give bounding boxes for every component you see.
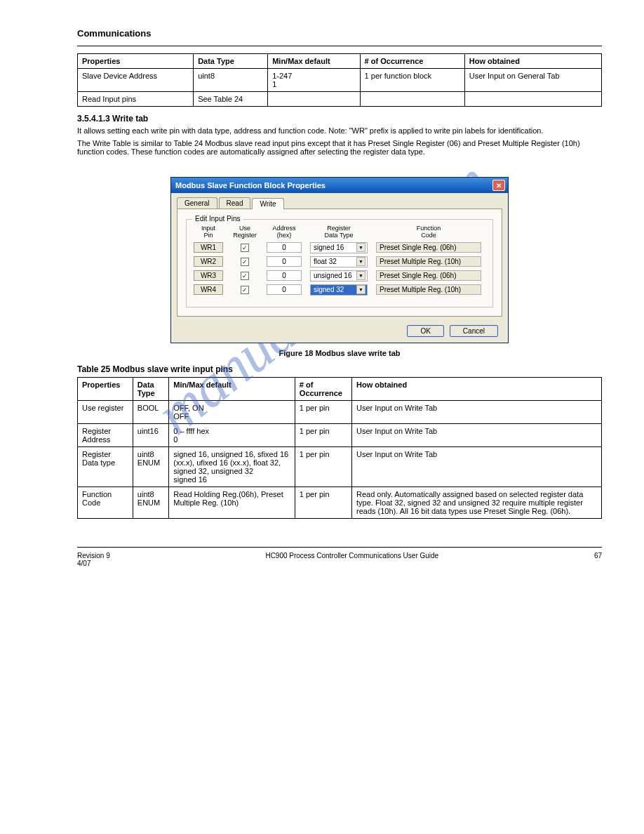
cell: Read only. Automatically assigned based … (352, 486, 602, 518)
cell: uint16 (133, 423, 168, 446)
hdr-address: Address(hex) (267, 225, 302, 239)
use-register-checkbox[interactable] (241, 286, 249, 294)
table-row: Use register BOOL OFF, ONOFF 1 per pin U… (78, 400, 602, 423)
tab-general[interactable]: General (177, 197, 217, 208)
properties-table-1: Properties Data Type Min/Max default # o… (77, 53, 602, 107)
cell: signed 16, unsigned 16, sfixed 16 (xx.x)… (169, 446, 295, 486)
cell: 0 – ffff hex0 (169, 423, 295, 446)
col-how: How obtained (464, 54, 601, 69)
col-occurrence: # of Occurrence (295, 377, 351, 400)
col-datatype: Data Type (133, 377, 168, 400)
ok-button[interactable]: OK (407, 325, 443, 337)
col-minmax: Min/Max default (169, 377, 295, 400)
page-header: Communications (77, 28, 602, 39)
cell: uint8ENUM (133, 486, 168, 518)
function-code-display: Preset Single Reg. (06h) (376, 270, 481, 281)
cell: 1 per function block (360, 69, 464, 92)
footer-date: 4/07 (77, 560, 90, 567)
cell: Slave Device Address (78, 69, 194, 92)
use-register-checkbox[interactable] (241, 272, 249, 280)
table-row: Slave Device Address uint8 1-2471 1 per … (78, 69, 602, 92)
cell (464, 92, 601, 107)
section-text: The Write Table is similar to Table 24 M… (77, 139, 602, 156)
table-row: Properties Data Type Min/Max default # o… (78, 377, 602, 400)
cell: 1 per pin (295, 486, 351, 518)
pin-row: WR1 0 signed 16▼ Preset Single Reg. (06h… (194, 242, 485, 253)
tab-panel-write: Edit Input Pins InputPin UseRegister Add… (177, 209, 502, 317)
data-type-select[interactable]: signed 32▼ (310, 284, 368, 296)
data-type-select[interactable]: float 32▼ (310, 256, 368, 267)
sec-title: Write tab (112, 114, 148, 124)
header-rule (77, 46, 602, 46)
cell (360, 92, 464, 107)
use-register-checkbox[interactable] (241, 258, 249, 266)
pin-wr3[interactable]: WR3 (194, 270, 223, 281)
chevron-down-icon: ▼ (356, 257, 365, 266)
cell: Read Input pins (78, 92, 194, 107)
cell: Function Code (78, 486, 133, 518)
cell: Use register (78, 400, 133, 423)
cell: Register Data type (78, 446, 133, 486)
properties-table-2: Properties Data Type Min/Max default # o… (77, 377, 602, 519)
page-footer-2: 4/07 (77, 560, 602, 567)
cell: 1-2471 (268, 69, 360, 92)
col-minmax: Min/Max default (268, 54, 360, 69)
page-footer: Revision 9 HC900 Process Controller Comm… (77, 552, 602, 560)
use-register-checkbox[interactable] (241, 244, 249, 252)
edit-input-pins-group: Edit Input Pins InputPin UseRegister Add… (186, 219, 493, 307)
table-row: Read Input pins See Table 24 (78, 92, 602, 107)
group-legend: Edit Input Pins (192, 215, 243, 223)
pin-row: WR2 0 float 32▼ Preset Multiple Reg. (10… (194, 256, 485, 267)
table-row: Register Data type uint8ENUM signed 16, … (78, 446, 602, 486)
figure-caption: Figure 18 Modbus slave write tab (77, 349, 602, 357)
cell: User Input on Write Tab (352, 400, 602, 423)
hdr-input-pin: InputPin (194, 225, 223, 239)
dialog-titlebar: Modbus Slave Function Block Properties ✕ (171, 178, 508, 193)
footer-page: 67 (594, 552, 602, 560)
data-type-select[interactable]: signed 16▼ (310, 242, 368, 253)
hdr-function-code: FunctionCode (376, 225, 481, 239)
close-icon[interactable]: ✕ (492, 180, 505, 191)
footer-rule (77, 547, 602, 548)
pin-row: WR3 0 unsigned 16▼ Preset Single Reg. (0… (194, 270, 485, 282)
cell: BOOL (133, 400, 168, 423)
dialog-screenshot: Modbus Slave Function Block Properties ✕… (170, 177, 509, 343)
pin-wr2[interactable]: WR2 (194, 256, 223, 267)
address-input[interactable]: 0 (267, 242, 302, 253)
cell: uint8 (194, 69, 268, 92)
footer-revision: Revision 9 (77, 552, 110, 560)
function-code-display: Preset Multiple Reg. (10h) (376, 284, 481, 295)
cancel-button[interactable]: Cancel (450, 325, 498, 337)
address-input[interactable]: 0 (267, 270, 302, 281)
footer-title: HC900 Process Controller Communications … (265, 552, 438, 560)
data-type-select[interactable]: unsigned 16▼ (310, 270, 368, 282)
address-input[interactable]: 0 (267, 284, 302, 295)
address-input[interactable]: 0 (267, 256, 302, 267)
pins-header: InputPin UseRegister Address(hex) Regist… (194, 225, 485, 239)
cell (268, 92, 360, 107)
function-code-display: Preset Single Reg. (06h) (376, 242, 481, 253)
hdr-data-type: RegisterData Type (310, 225, 368, 239)
hdr-use-register: UseRegister (232, 225, 258, 239)
pin-wr4[interactable]: WR4 (194, 284, 223, 295)
header-section-title: Communications (77, 28, 602, 39)
tab-read[interactable]: Read (219, 197, 251, 208)
cell: Read Holding Reg.(06h), Preset Multiple … (169, 486, 295, 518)
table-row: Function Code uint8ENUM Read Holding Reg… (78, 486, 602, 518)
pin-row: WR4 0 signed 32▼ Preset Multiple Reg. (1… (194, 284, 485, 296)
col-datatype: Data Type (194, 54, 268, 69)
table-row: Register Address uint16 0 – ffff hex0 1 … (78, 423, 602, 446)
cell: User Input on Write Tab (352, 423, 602, 446)
section-text: It allows setting each write pin with da… (77, 126, 602, 135)
cell: User Input on General Tab (464, 69, 601, 92)
tab-write[interactable]: Write (252, 198, 283, 209)
pin-wr1[interactable]: WR1 (194, 242, 223, 253)
table-row: Properties Data Type Min/Max default # o… (78, 54, 602, 69)
cell: See Table 24 (194, 92, 268, 107)
cell: User Input on Write Tab (352, 446, 602, 486)
cell: Register Address (78, 423, 133, 446)
section-heading: 3.5.4.1.3 Write tab (77, 114, 602, 124)
chevron-down-icon: ▼ (356, 243, 365, 252)
dialog-title: Modbus Slave Function Block Properties (175, 181, 326, 190)
chevron-down-icon: ▼ (356, 285, 365, 294)
